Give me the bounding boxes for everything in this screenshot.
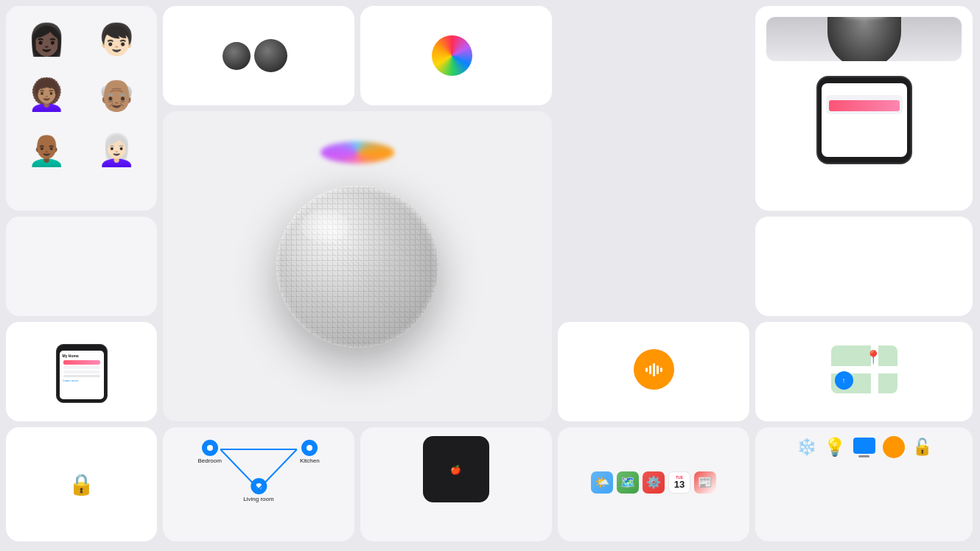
discover-phone-bar2 (63, 366, 100, 369)
temp-badge (883, 436, 905, 458)
computational-card: 🍎 (360, 427, 552, 541)
spacer-col4-row1 (558, 6, 749, 105)
discover-phone-bar1 (63, 360, 100, 365)
tv-stand (858, 455, 869, 457)
siri-maps-card: 📍 ↑ (755, 322, 973, 421)
iphone-notch (850, 77, 879, 83)
spacer-col4-row2 (558, 111, 749, 211)
iphone-mockup (816, 76, 912, 164)
spacer-col4-row3 (558, 217, 749, 316)
intelligent-card (6, 217, 157, 316)
homepod-container (262, 149, 453, 385)
wave-bar-1 (645, 368, 648, 372)
chip-visual: 🍎 (423, 436, 489, 502)
chip-apple-icon: 🍎 (450, 465, 461, 475)
daily-updates-card: 🌤️ 🗺️ ⚙️ TUE 13 📰 (558, 427, 749, 541)
multiroom-card: Bedroom Kitchen Living room (163, 427, 354, 541)
tv-icon (853, 438, 875, 454)
intercom-icon (634, 349, 674, 390)
maps-visual: 📍 ↑ (831, 345, 897, 393)
lock-icon: 🔒 (69, 472, 94, 496)
memoji-grid: 👩🏿 👦🏻 👩🏽‍🦱 👴🏽 👨🏾‍🦲 👩🏻‍🦳 (13, 13, 150, 175)
compass-icon: ↑ (835, 371, 853, 390)
discover-card: My Home Learn more (6, 322, 157, 421)
lock-smart: 🔓 (912, 438, 932, 457)
weather-icon: 🌤️ (591, 471, 613, 494)
wave-bar-3 (653, 363, 655, 376)
iphone-wave-bar (829, 100, 900, 111)
discover-phone-bar4 (63, 375, 100, 377)
iphone-screen (822, 83, 907, 157)
homepod-body (276, 186, 438, 348)
iphone-integration-card (755, 6, 973, 211)
cal-date: 13 (674, 480, 685, 489)
discover-phone-screen: My Home Learn more (60, 351, 104, 399)
discover-phone: My Home Learn more (56, 344, 108, 403)
smart-fan: ❄️ (797, 438, 816, 457)
private-secure-card: 🔒 (6, 427, 157, 541)
fan-icon: ❄️ (797, 438, 816, 457)
speaker-right (254, 39, 287, 72)
room-connections (172, 436, 346, 502)
homepod-top-image (766, 17, 962, 61)
homepod-center-card (163, 111, 552, 421)
homepod-glow (321, 141, 394, 164)
discover-phone-bar3 (63, 371, 100, 373)
memoji-1: 👩🏿 (21, 13, 72, 65)
news-icon: 📰 (694, 471, 716, 494)
memoji-6: 👩🏻‍🦳 (91, 124, 142, 175)
intercom-wave (645, 362, 662, 377)
smart-home-card: ❄️ 💡 🔓 (755, 427, 973, 541)
discover-phone-title: My Home (62, 353, 102, 359)
daily-icons-row: 🌤️ 🗺️ ⚙️ TUE 13 📰 (591, 471, 716, 494)
memoji-5: 👨🏾‍🦲 (21, 124, 72, 175)
calendar-icon-daily: TUE 13 (668, 471, 690, 494)
map-pin: 📍 (865, 349, 881, 365)
amazing-sound-card (755, 217, 973, 316)
voices-card: 👩🏿 👦🏻 👩🏽‍🦱 👴🏽 👨🏾‍🦲 👩🏻‍🦳 (6, 6, 157, 211)
smart-home-icons: ❄️ 💡 🔓 (797, 436, 932, 458)
bulb-icon: 💡 (824, 437, 846, 457)
settings-icon-daily: ⚙️ (643, 471, 665, 494)
memoji-3: 👩🏽‍🦱 (21, 69, 72, 120)
wave-bar-4 (657, 365, 659, 374)
wave-bar-2 (649, 365, 651, 374)
shortcuts-card (360, 6, 552, 105)
svg-line-1 (259, 449, 297, 489)
maps-icon: 🗺️ (617, 471, 639, 494)
stereo-speakers (223, 39, 287, 72)
smart-light: 💡 (824, 437, 846, 457)
smart-tv (853, 438, 875, 457)
memoji-2: 👦🏻 (91, 13, 142, 65)
discover-phone-link: Learn more (63, 379, 100, 382)
svg-line-0 (220, 449, 259, 489)
wave-bar-5 (660, 368, 662, 372)
stereo-card (163, 6, 354, 105)
speaker-left (223, 42, 251, 70)
chip-name-row: 🍎 (450, 465, 462, 475)
intercom-card (558, 322, 749, 421)
siri-icon (432, 35, 472, 76)
multiroom-diagram: Bedroom Kitchen Living room (172, 436, 346, 502)
memoji-4: 👴🏽 (91, 69, 142, 120)
